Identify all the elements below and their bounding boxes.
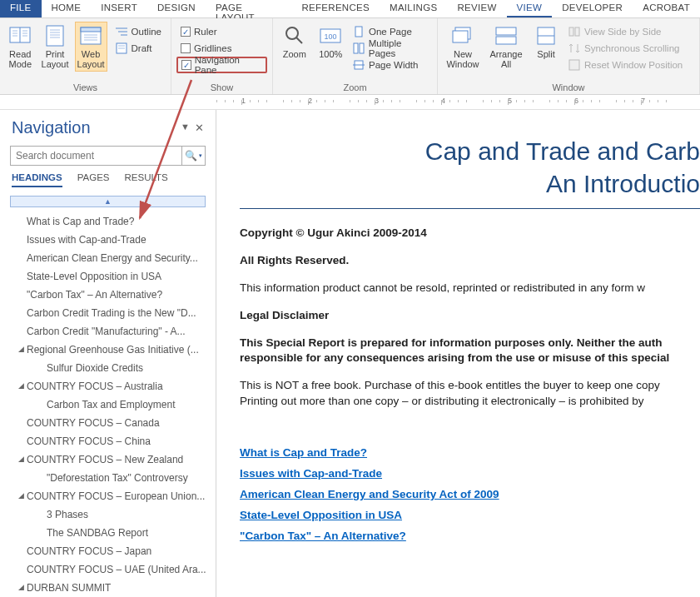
heading-item[interactable]: Carbon Credit "Manufacturing" - A... bbox=[8, 322, 211, 341]
tab-view[interactable]: VIEW bbox=[507, 0, 553, 17]
page-width-icon bbox=[352, 58, 365, 72]
read-mode-button[interactable]: Read Mode bbox=[5, 22, 36, 72]
draft-button[interactable]: Draft bbox=[111, 40, 166, 57]
side-by-side-button[interactable]: View Side by Side bbox=[566, 23, 684, 40]
headings-tree: What is Cap and Trade?Issues with Cap-an… bbox=[0, 211, 216, 597]
svg-rect-35 bbox=[496, 27, 516, 35]
svg-rect-8 bbox=[47, 26, 63, 46]
new-window-button[interactable]: New Window bbox=[443, 22, 483, 72]
toc-link[interactable]: What is Cap and Trade? bbox=[240, 446, 700, 459]
web-layout-button[interactable]: Web Layout bbox=[75, 22, 107, 72]
zoom-button[interactable]: Zoom bbox=[278, 22, 311, 62]
outline-icon bbox=[115, 25, 128, 38]
heading-item[interactable]: Issues with Cap-and-Trade bbox=[8, 231, 211, 249]
svg-rect-39 bbox=[569, 27, 573, 36]
nav-close-icon[interactable]: ✕ bbox=[195, 122, 204, 134]
tab-references[interactable]: REFERENCES bbox=[291, 0, 380, 17]
heading-item[interactable]: Carbon Tax and Employment bbox=[8, 396, 211, 414]
zoom-label: Zoom bbox=[283, 49, 306, 59]
group-show-label: Show bbox=[176, 82, 267, 94]
one-page-button[interactable]: One Page bbox=[350, 23, 432, 40]
tab-developer[interactable]: DEVELOPER bbox=[552, 0, 633, 17]
nav-tab-results[interactable]: RESULTS bbox=[124, 172, 167, 187]
heading-item[interactable]: "Carbon Tax" – An Alternative? bbox=[8, 286, 211, 304]
checkbox-icon bbox=[181, 43, 191, 53]
document-area[interactable]: Cap and Trade and CarbAn Introductio Cop… bbox=[216, 110, 700, 597]
tab-insert[interactable]: INSERT bbox=[91, 0, 147, 17]
nav-tab-headings[interactable]: HEADINGS bbox=[12, 172, 62, 187]
gridlines-checkbox[interactable]: Gridlines bbox=[176, 40, 267, 57]
heading-item[interactable]: Carbon Credit Trading is the New "D... bbox=[8, 304, 211, 322]
search-input[interactable] bbox=[11, 147, 181, 165]
page-width-button[interactable]: Page Width bbox=[350, 57, 432, 73]
heading-item[interactable]: ◢COUNTRY FOCUS – European Union... bbox=[8, 487, 211, 505]
tab-file[interactable]: FILE bbox=[0, 0, 42, 17]
zoom-100-button[interactable]: 100 100% bbox=[315, 22, 348, 62]
heading-label: Regional Greenhouse Gas Initiative (... bbox=[27, 342, 199, 357]
navigation-pane: Navigation ▼ ✕ 🔍▾ HEADINGS PAGES RESULTS… bbox=[0, 110, 216, 597]
side-by-side-label: View Side by Side bbox=[584, 27, 661, 37]
heading-item[interactable]: COUNTRY FOCUS – Japan bbox=[8, 542, 211, 560]
multiple-pages-button[interactable]: Multiple Pages bbox=[350, 40, 432, 57]
toc-link[interactable]: State-Level Opposition in USA bbox=[240, 509, 700, 521]
web-layout-icon bbox=[79, 24, 102, 47]
tab-acrobat[interactable]: ACROBAT bbox=[633, 0, 700, 17]
nav-dropdown-icon[interactable]: ▼ bbox=[181, 122, 190, 134]
heading-label: Carbon Credit "Manufacturing" - A... bbox=[27, 324, 186, 339]
heading-item[interactable]: ◢COUNTRY FOCUS – Australia bbox=[8, 377, 211, 396]
draft-label: Draft bbox=[132, 43, 152, 53]
heading-item[interactable]: Sulfur Dioxide Credits bbox=[8, 359, 211, 377]
navigation-pane-checkbox[interactable]: ✓ Navigation Pane bbox=[176, 57, 267, 73]
heading-item[interactable]: ◢DURBAN SUMMIT bbox=[8, 579, 211, 597]
tab-page-layout[interactable]: PAGE LAYOUT bbox=[206, 0, 292, 17]
heading-item[interactable]: COUNTRY FOCUS – Canada bbox=[8, 414, 211, 432]
tab-design[interactable]: DESIGN bbox=[147, 0, 206, 17]
heading-item[interactable]: The SANDBAG Report bbox=[8, 524, 211, 542]
ruler-checkbox[interactable]: ✓ Ruler bbox=[176, 23, 267, 40]
reset-position-button[interactable]: Reset Window Position bbox=[566, 57, 684, 73]
svg-line-25 bbox=[296, 37, 302, 43]
sync-scroll-button[interactable]: Synchronous Scrolling bbox=[566, 40, 684, 57]
heading-item[interactable]: 3 Phases bbox=[8, 505, 211, 524]
zoom-100-label: 100% bbox=[319, 49, 342, 59]
heading-label: COUNTRY FOCUS – Canada bbox=[27, 415, 160, 430]
chevron-down-icon: ▾ bbox=[199, 152, 202, 159]
print-layout-button[interactable]: Print Layout bbox=[39, 22, 72, 72]
title-rule bbox=[240, 208, 700, 209]
one-page-icon bbox=[352, 25, 365, 38]
split-button[interactable]: Split bbox=[529, 22, 563, 62]
tab-review[interactable]: REVIEW bbox=[447, 0, 506, 17]
heading-label: Sulfur Dioxide Credits bbox=[47, 361, 143, 376]
group-window: New Window Arrange All Split View Side b… bbox=[438, 18, 700, 94]
outline-button[interactable]: Outline bbox=[111, 23, 166, 40]
heading-item[interactable]: COUNTRY FOCUS – China bbox=[8, 432, 211, 450]
heading-item[interactable]: "Deforestation Tax" Controversy bbox=[8, 469, 211, 487]
heading-label: COUNTRY FOCUS – European Union... bbox=[27, 489, 205, 504]
svg-point-24 bbox=[286, 27, 298, 39]
tab-mailings[interactable]: MAILINGS bbox=[380, 0, 447, 17]
nav-tab-pages[interactable]: PAGES bbox=[77, 172, 110, 187]
arrange-all-button[interactable]: Arrange All bbox=[486, 22, 526, 72]
body-paragraph: This information product cannot be resol… bbox=[240, 281, 700, 296]
heading-item[interactable]: ◢COUNTRY FOCUS – New Zealand bbox=[8, 450, 211, 469]
toc-link[interactable]: Issues with Cap-and-Trade bbox=[240, 467, 700, 480]
toc-link[interactable]: American Clean Energy and Security Act o… bbox=[240, 488, 700, 500]
heading-item[interactable]: ◢Regional Greenhouse Gas Initiative (... bbox=[8, 341, 211, 359]
sync-scroll-icon bbox=[568, 42, 581, 55]
search-button[interactable]: 🔍▾ bbox=[181, 147, 205, 165]
heading-item[interactable]: American Clean Energy and Security... bbox=[8, 249, 211, 267]
heading-item[interactable]: State-Level Opposition in USA bbox=[8, 267, 211, 286]
horizontal-ruler[interactable]: 1234567 bbox=[0, 95, 700, 110]
arrange-all-icon bbox=[494, 24, 518, 47]
tab-home[interactable]: HOME bbox=[42, 0, 92, 17]
multiple-pages-label: Multiple Pages bbox=[369, 38, 430, 58]
group-window-label: Window bbox=[443, 82, 694, 94]
heading-label: COUNTRY FOCUS – Australia bbox=[27, 379, 163, 394]
heading-item[interactable]: What is Cap and Trade? bbox=[8, 212, 211, 231]
heading-item[interactable]: COUNTRY FOCUS – UAE (United Ara... bbox=[8, 560, 211, 579]
reset-position-icon bbox=[568, 58, 581, 72]
collapse-all-button[interactable]: ▲ bbox=[10, 196, 206, 207]
heading-label: COUNTRY FOCUS – China bbox=[27, 434, 151, 449]
search-icon: 🔍 bbox=[185, 150, 197, 162]
toc-link[interactable]: "Carbon Tax" – An Alternative? bbox=[240, 530, 700, 542]
